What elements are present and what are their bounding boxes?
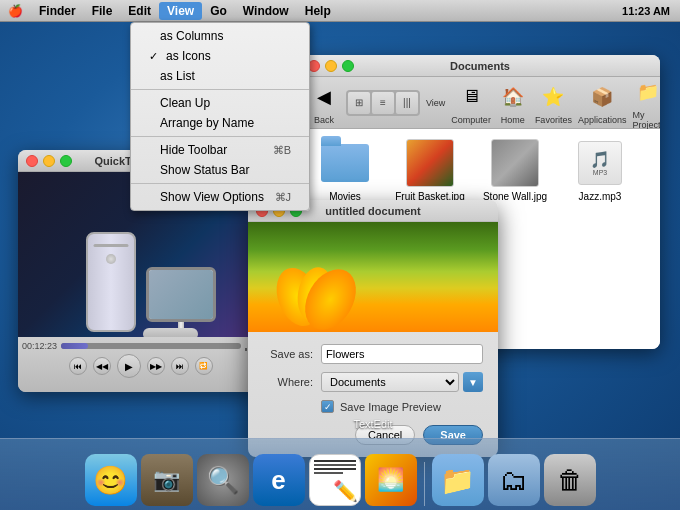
photo1-dock-icon: 📷 xyxy=(141,454,193,506)
toolbar-view-icons-button[interactable]: ⊞ xyxy=(348,92,370,114)
doc-item-movies[interactable]: Movies xyxy=(310,139,380,202)
qt-step-forward-button[interactable]: ▶▶ xyxy=(147,357,165,375)
qt-timecode: 00:12:23 xyxy=(22,341,57,351)
quicktime-close-button[interactable] xyxy=(26,155,38,167)
home-icon: 🏠 xyxy=(497,81,529,113)
dock-item-folder2[interactable]: 🗂 xyxy=(488,454,540,506)
movies-folder-icon xyxy=(321,139,369,187)
dock-item-ie[interactable]: e xyxy=(253,454,305,506)
qt-play-button[interactable]: ▶ xyxy=(117,354,141,378)
favorites-label: Favorites xyxy=(535,115,572,125)
view-hide-toolbar[interactable]: Hide Toolbar ⌘B xyxy=(131,140,309,160)
photos-dock-icon: 🌅 xyxy=(365,454,417,506)
save-as-row: Save as: xyxy=(263,344,483,364)
menu-finder[interactable]: Finder xyxy=(31,2,84,20)
folder2-dock-icon: 🗂 xyxy=(488,454,540,506)
qt-time-bar: 00:12:23 xyxy=(22,341,259,351)
save-image-preview-checkbox[interactable]: ✓ xyxy=(321,400,334,413)
menu-view[interactable]: View xyxy=(159,2,202,20)
save-image-preview-label: Save Image Preview xyxy=(340,401,441,413)
imac-base xyxy=(143,328,198,337)
menu-help[interactable]: Help xyxy=(297,2,339,20)
desktop: 🍎 Finder File Edit View Go Window Help 1… xyxy=(0,0,680,510)
textedit-app-label: TextEdit xyxy=(248,418,498,430)
toolbar-view-list-button[interactable]: ≡ xyxy=(372,92,394,114)
view-label: View xyxy=(426,98,445,108)
where-select[interactable]: Documents xyxy=(321,372,459,392)
qt-rewind-button[interactable]: ⏮ xyxy=(69,357,87,375)
qt-fast-forward-button[interactable]: ⏭ xyxy=(171,357,189,375)
view-arrange-by-name[interactable]: Arrange by Name xyxy=(131,113,309,133)
trash-dock-icon: 🗑 xyxy=(544,454,596,506)
menubar-clock: 11:23 AM xyxy=(622,5,680,17)
tower-illustration xyxy=(86,232,136,332)
where-expand-button[interactable]: ▼ xyxy=(463,372,483,392)
view-as-icons[interactable]: ✓ as Icons xyxy=(131,46,309,66)
textedit-dock-icon-shape: ✏️ xyxy=(309,454,361,506)
where-label: Where: xyxy=(263,376,313,388)
view-as-columns[interactable]: as Columns xyxy=(131,26,309,46)
finder-dock-icon: 😊 xyxy=(85,454,137,506)
favorites-icon: ⭐ xyxy=(537,81,569,113)
dock-item-folder1[interactable]: 📁 xyxy=(432,454,484,506)
dock: 😊 📷 🔍 e xyxy=(0,438,680,510)
doc-item-jazz[interactable]: 🎵 MP3 Jazz.mp3 xyxy=(565,139,635,202)
view-show-view-options[interactable]: Show View Options ⌘J xyxy=(131,187,309,207)
documents-toolbar: ◀ Back ⊞ ≡ ||| View 🖥 Computer 🏠 Home ⭐ … xyxy=(300,77,660,129)
imac-screen xyxy=(146,267,216,322)
back-icon: ◀ xyxy=(308,81,340,113)
apple-menu[interactable]: 🍎 xyxy=(0,2,31,20)
toolbar-applications-button[interactable]: 📦 Applications xyxy=(578,81,627,125)
qt-step-back-button[interactable]: ◀◀ xyxy=(93,357,111,375)
jazz-label: Jazz.mp3 xyxy=(579,191,622,202)
view-as-list[interactable]: as List xyxy=(131,66,309,86)
menu-go[interactable]: Go xyxy=(202,2,235,20)
dock-item-finder[interactable]: 😊 xyxy=(85,454,137,506)
mp3-icon-shape: 🎵 MP3 xyxy=(578,141,622,185)
documents-maximize-button[interactable] xyxy=(342,60,354,72)
menu-edit[interactable]: Edit xyxy=(120,2,159,20)
save-as-label: Save as: xyxy=(263,348,313,360)
qt-loop-button[interactable]: 🔁 xyxy=(195,357,213,375)
doc-item-stone[interactable]: Stone Wall.jpg xyxy=(480,139,550,202)
documents-titlebar: Documents xyxy=(300,55,660,77)
computer-icon: 🖥 xyxy=(455,81,487,113)
quicktime-minimize-button[interactable] xyxy=(43,155,55,167)
fruit-icon xyxy=(406,139,454,187)
folder1-dock-icon: 📁 xyxy=(432,454,484,506)
dock-item-trash[interactable]: 🗑 xyxy=(544,454,596,506)
fruit-thumbnail xyxy=(406,139,454,187)
quicktime-maximize-button[interactable] xyxy=(60,155,72,167)
menu-window[interactable]: Window xyxy=(235,2,297,20)
imac-screen-inner xyxy=(149,270,213,319)
tower-button xyxy=(106,254,116,264)
view-show-status-bar[interactable]: Show Status Bar xyxy=(131,160,309,180)
quicktime-controls: 00:12:23 ⏮ ◀◀ ▶ ▶▶ ⏭ 🔁 xyxy=(18,337,263,392)
folder-shape xyxy=(321,144,369,182)
toolbar-view-group: ⊞ ≡ ||| xyxy=(346,90,420,116)
dock-item-magnifier[interactable]: 🔍 xyxy=(197,454,249,506)
myproject-label: My Project xyxy=(632,110,660,130)
doc-item-fruit[interactable]: Fruit Basket.jpg xyxy=(395,139,465,202)
toolbar-myproject-button[interactable]: 📁 My Project xyxy=(632,76,660,130)
view-clean-up[interactable]: Clean Up xyxy=(131,93,309,113)
view-menu-dropdown: as Columns ✓ as Icons as List Clean Up xyxy=(130,22,310,211)
toolbar-back-button[interactable]: ◀ Back xyxy=(308,81,340,125)
computer-label: Computer xyxy=(451,115,491,125)
dock-item-textedit[interactable]: ✏️ xyxy=(309,454,361,506)
home-label: Home xyxy=(501,115,525,125)
qt-progress-bar[interactable] xyxy=(61,343,241,349)
documents-minimize-button[interactable] xyxy=(325,60,337,72)
toolbar-home-button[interactable]: 🏠 Home xyxy=(497,81,529,125)
toolbar-favorites-button[interactable]: ⭐ Favorites xyxy=(535,81,572,125)
quicktime-video-content xyxy=(18,232,263,332)
dock-item-photos[interactable]: 🌅 xyxy=(365,454,417,506)
toolbar-view-columns-button[interactable]: ||| xyxy=(396,92,418,114)
toolbar-computer-button[interactable]: 🖥 Computer xyxy=(451,81,491,125)
menu-file[interactable]: File xyxy=(84,2,121,20)
where-row: Where: Documents ▼ xyxy=(263,372,483,392)
save-as-input[interactable] xyxy=(321,344,483,364)
textedit-label-text: TextEdit xyxy=(353,418,392,430)
dock-item-photo1[interactable]: 📷 xyxy=(141,454,193,506)
checkbox-row: ✓ Save Image Preview xyxy=(321,400,483,413)
